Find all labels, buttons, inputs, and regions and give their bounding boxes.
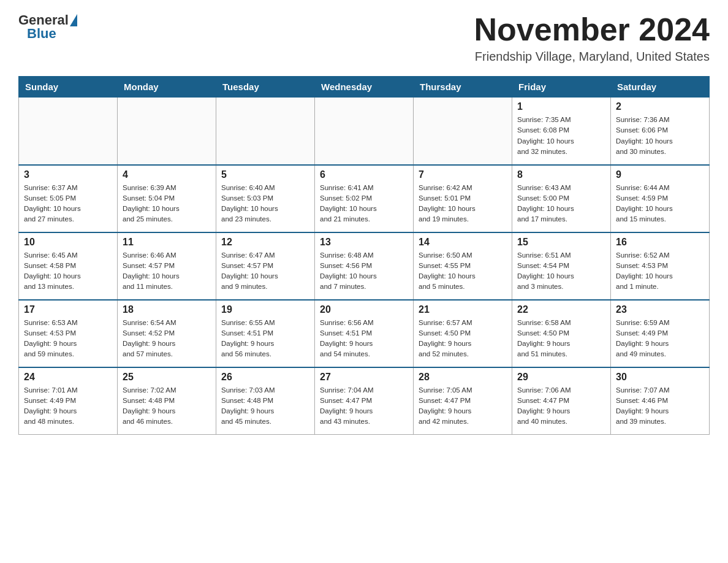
cell-date-number: 14: [419, 237, 507, 248]
cell-date-number: 8: [517, 169, 605, 180]
cell-sun-info: Sunrise: 6:55 AM Sunset: 4:51 PM Dayligh…: [221, 318, 309, 360]
calendar-cell: 12Sunrise: 6:47 AM Sunset: 4:57 PM Dayli…: [216, 232, 315, 300]
calendar-cell: 25Sunrise: 7:02 AM Sunset: 4:48 PM Dayli…: [118, 367, 216, 435]
calendar-cell: 9Sunrise: 6:44 AM Sunset: 4:59 PM Daylig…: [611, 165, 710, 232]
cell-date-number: 25: [123, 372, 211, 383]
cell-date-number: 27: [320, 372, 408, 383]
calendar-week-row: 10Sunrise: 6:45 AM Sunset: 4:58 PM Dayli…: [19, 232, 710, 300]
weekday-header-monday: Monday: [118, 77, 216, 98]
calendar-cell: 3Sunrise: 6:37 AM Sunset: 5:05 PM Daylig…: [19, 165, 118, 232]
cell-date-number: 15: [517, 237, 605, 248]
calendar-cell: [414, 98, 512, 165]
calendar-cell: 15Sunrise: 6:51 AM Sunset: 4:54 PM Dayli…: [512, 232, 611, 300]
cell-sun-info: Sunrise: 7:07 AM Sunset: 4:46 PM Dayligh…: [616, 385, 704, 427]
cell-date-number: 24: [24, 372, 112, 383]
weekday-header-row: SundayMondayTuesdayWednesdayThursdayFrid…: [19, 77, 710, 98]
calendar-week-row: 3Sunrise: 6:37 AM Sunset: 5:05 PM Daylig…: [19, 165, 710, 232]
calendar-week-row: 1Sunrise: 7:35 AM Sunset: 6:08 PM Daylig…: [19, 98, 710, 165]
cell-date-number: 4: [123, 169, 211, 180]
cell-sun-info: Sunrise: 6:47 AM Sunset: 4:57 PM Dayligh…: [221, 250, 309, 293]
weekday-header-tuesday: Tuesday: [216, 77, 315, 98]
weekday-header-sunday: Sunday: [19, 77, 118, 98]
calendar-cell: 29Sunrise: 7:06 AM Sunset: 4:47 PM Dayli…: [512, 367, 611, 435]
cell-sun-info: Sunrise: 7:02 AM Sunset: 4:48 PM Dayligh…: [123, 385, 211, 427]
calendar-cell: 26Sunrise: 7:03 AM Sunset: 4:48 PM Dayli…: [216, 367, 315, 435]
cell-sun-info: Sunrise: 7:03 AM Sunset: 4:48 PM Dayligh…: [221, 385, 309, 427]
cell-date-number: 29: [517, 372, 605, 383]
calendar-cell: 8Sunrise: 6:43 AM Sunset: 5:00 PM Daylig…: [512, 165, 611, 232]
cell-sun-info: Sunrise: 6:58 AM Sunset: 4:50 PM Dayligh…: [517, 318, 605, 360]
calendar-cell: 16Sunrise: 6:52 AM Sunset: 4:53 PM Dayli…: [611, 232, 710, 300]
calendar-cell: 19Sunrise: 6:55 AM Sunset: 4:51 PM Dayli…: [216, 300, 315, 367]
calendar-cell: 27Sunrise: 7:04 AM Sunset: 4:47 PM Dayli…: [315, 367, 414, 435]
cell-date-number: 28: [419, 372, 507, 383]
calendar-cell: [118, 98, 216, 165]
month-title: November 2024: [474, 12, 710, 47]
cell-date-number: 5: [221, 169, 309, 180]
cell-sun-info: Sunrise: 6:46 AM Sunset: 4:57 PM Dayligh…: [123, 250, 211, 293]
logo-blue-text: Blue: [27, 26, 56, 42]
cell-sun-info: Sunrise: 6:54 AM Sunset: 4:52 PM Dayligh…: [123, 318, 211, 360]
cell-date-number: 26: [221, 372, 309, 383]
cell-sun-info: Sunrise: 6:48 AM Sunset: 4:56 PM Dayligh…: [320, 250, 408, 293]
calendar-cell: 18Sunrise: 6:54 AM Sunset: 4:52 PM Dayli…: [118, 300, 216, 367]
calendar-cell: 4Sunrise: 6:39 AM Sunset: 5:04 PM Daylig…: [118, 165, 216, 232]
cell-sun-info: Sunrise: 6:43 AM Sunset: 5:00 PM Dayligh…: [517, 183, 605, 225]
calendar-cell: 10Sunrise: 6:45 AM Sunset: 4:58 PM Dayli…: [19, 232, 118, 300]
calendar-cell: 20Sunrise: 6:56 AM Sunset: 4:51 PM Dayli…: [315, 300, 414, 367]
cell-sun-info: Sunrise: 6:50 AM Sunset: 4:55 PM Dayligh…: [419, 250, 507, 293]
cell-date-number: 23: [616, 304, 704, 315]
cell-date-number: 6: [320, 169, 408, 180]
cell-date-number: 12: [221, 237, 309, 248]
cell-sun-info: Sunrise: 6:51 AM Sunset: 4:54 PM Dayligh…: [517, 250, 605, 293]
calendar-table: SundayMondayTuesdayWednesdayThursdayFrid…: [18, 76, 710, 435]
location-title: Friendship Village, Maryland, United Sta…: [474, 50, 710, 64]
cell-sun-info: Sunrise: 6:53 AM Sunset: 4:53 PM Dayligh…: [24, 318, 112, 360]
cell-sun-info: Sunrise: 6:45 AM Sunset: 4:58 PM Dayligh…: [24, 250, 112, 293]
cell-date-number: 3: [24, 169, 112, 180]
cell-sun-info: Sunrise: 6:59 AM Sunset: 4:49 PM Dayligh…: [616, 318, 704, 360]
page-header: General Blue November 2024 Friendship Vi…: [18, 12, 710, 64]
weekday-header-wednesday: Wednesday: [315, 77, 414, 98]
cell-date-number: 16: [616, 237, 704, 248]
cell-sun-info: Sunrise: 6:44 AM Sunset: 4:59 PM Dayligh…: [616, 183, 704, 225]
calendar-cell: 7Sunrise: 6:42 AM Sunset: 5:01 PM Daylig…: [414, 165, 512, 232]
cell-date-number: 22: [517, 304, 605, 315]
calendar-cell: 22Sunrise: 6:58 AM Sunset: 4:50 PM Dayli…: [512, 300, 611, 367]
calendar-cell: 11Sunrise: 6:46 AM Sunset: 4:57 PM Dayli…: [118, 232, 216, 300]
logo-triangle-icon: [70, 14, 77, 26]
cell-sun-info: Sunrise: 7:36 AM Sunset: 6:06 PM Dayligh…: [616, 115, 704, 157]
cell-sun-info: Sunrise: 6:39 AM Sunset: 5:04 PM Dayligh…: [123, 183, 211, 225]
cell-date-number: 18: [123, 304, 211, 315]
calendar-cell: 23Sunrise: 6:59 AM Sunset: 4:49 PM Dayli…: [611, 300, 710, 367]
logo: General Blue: [18, 12, 77, 42]
cell-sun-info: Sunrise: 6:41 AM Sunset: 5:02 PM Dayligh…: [320, 183, 408, 225]
calendar-week-row: 17Sunrise: 6:53 AM Sunset: 4:53 PM Dayli…: [19, 300, 710, 367]
cell-sun-info: Sunrise: 7:05 AM Sunset: 4:47 PM Dayligh…: [419, 385, 507, 427]
cell-sun-info: Sunrise: 6:56 AM Sunset: 4:51 PM Dayligh…: [320, 318, 408, 360]
calendar-cell: 5Sunrise: 6:40 AM Sunset: 5:03 PM Daylig…: [216, 165, 315, 232]
cell-date-number: 20: [320, 304, 408, 315]
cell-sun-info: Sunrise: 6:42 AM Sunset: 5:01 PM Dayligh…: [419, 183, 507, 225]
cell-sun-info: Sunrise: 7:04 AM Sunset: 4:47 PM Dayligh…: [320, 385, 408, 427]
cell-sun-info: Sunrise: 7:35 AM Sunset: 6:08 PM Dayligh…: [517, 115, 605, 157]
cell-date-number: 9: [616, 169, 704, 180]
cell-sun-info: Sunrise: 7:06 AM Sunset: 4:47 PM Dayligh…: [517, 385, 605, 427]
cell-date-number: 2: [616, 101, 704, 112]
calendar-cell: 1Sunrise: 7:35 AM Sunset: 6:08 PM Daylig…: [512, 98, 611, 165]
calendar-cell: 28Sunrise: 7:05 AM Sunset: 4:47 PM Dayli…: [414, 367, 512, 435]
calendar-cell: 6Sunrise: 6:41 AM Sunset: 5:02 PM Daylig…: [315, 165, 414, 232]
calendar-cell: [216, 98, 315, 165]
calendar-cell: 21Sunrise: 6:57 AM Sunset: 4:50 PM Dayli…: [414, 300, 512, 367]
weekday-header-saturday: Saturday: [611, 77, 710, 98]
weekday-header-friday: Friday: [512, 77, 611, 98]
calendar-cell: 14Sunrise: 6:50 AM Sunset: 4:55 PM Dayli…: [414, 232, 512, 300]
calendar-cell: 30Sunrise: 7:07 AM Sunset: 4:46 PM Dayli…: [611, 367, 710, 435]
calendar-cell: 13Sunrise: 6:48 AM Sunset: 4:56 PM Dayli…: [315, 232, 414, 300]
calendar-cell: [315, 98, 414, 165]
title-block: November 2024 Friendship Village, Maryla…: [474, 12, 710, 64]
cell-date-number: 7: [419, 169, 507, 180]
calendar-week-row: 24Sunrise: 7:01 AM Sunset: 4:49 PM Dayli…: [19, 367, 710, 435]
calendar-cell: 2Sunrise: 7:36 AM Sunset: 6:06 PM Daylig…: [611, 98, 710, 165]
cell-sun-info: Sunrise: 6:37 AM Sunset: 5:05 PM Dayligh…: [24, 183, 112, 225]
